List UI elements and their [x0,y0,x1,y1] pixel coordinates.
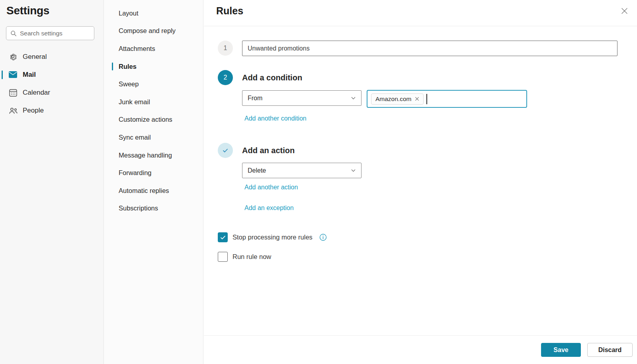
action-heading: Add an action [242,146,295,155]
stop-processing-option-row: Stop processing more rules [218,232,327,242]
step-3-badge [218,143,233,158]
info-icon [319,234,327,241]
page-title: Rules [216,5,243,17]
close-icon [621,8,628,14]
condition-select[interactable]: From [242,90,361,106]
close-button[interactable] [617,4,631,18]
info-button[interactable] [319,234,327,241]
action-select-value: Delete [248,167,266,174]
nav-item-sync-email[interactable]: Sync email [104,128,203,146]
run-rule-now-checkbox[interactable] [218,252,228,262]
nav-item-label: Rules [119,63,137,70]
nav-item-label: Attachments [119,45,155,53]
search-icon [10,30,17,37]
nav-item-label: Subscriptions [119,204,158,212]
sidebar-item-people[interactable]: People [0,101,104,119]
selected-indicator [2,70,3,79]
sidebar-item-calendar[interactable]: Calendar [0,84,104,101]
footer-divider [204,335,637,336]
gear-icon [8,53,18,61]
checkbox-check-icon [220,234,226,241]
nav-item-subscriptions[interactable]: Subscriptions [104,200,203,218]
condition-value-input[interactable]: Amazon.com [367,90,527,108]
nav-item-layout[interactable]: Layout [104,4,203,22]
sidebar-item-general[interactable]: General [0,48,104,66]
step-1-badge: 1 [218,41,233,56]
nav-item-junk-email[interactable]: Junk email [104,93,203,111]
value-chip: Amazon.com [371,93,424,105]
nav-item-label: Sync email [119,134,151,141]
sidebar-item-label: People [23,107,44,115]
value-chip-label: Amazon.com [375,95,411,103]
nav-item-customize-actions[interactable]: Customize actions [104,111,203,129]
nav-item-label: Sweep [119,80,139,88]
rules-panel: Rules 1 2 Add a condition From Amazon.co… [204,0,637,364]
nav-item-automatic-replies[interactable]: Automatic replies [104,182,203,200]
calendar-icon [8,89,18,97]
settings-sidebar: Settings General [0,0,104,364]
mail-settings-nav: Layout Compose and reply Attachments Rul… [104,0,203,364]
nav-item-label: Automatic replies [119,187,169,195]
nav-item-label: Layout [119,10,139,17]
discard-button[interactable]: Discard [587,343,633,357]
stop-processing-checkbox[interactable] [218,232,228,242]
sidebar-nav: General Mail Cal [0,48,104,119]
save-button[interactable]: Save [541,343,581,357]
sidebar-item-label: General [23,53,47,61]
header-divider [204,26,637,26]
add-another-condition-link[interactable]: Add another condition [244,115,307,122]
nav-item-forwarding[interactable]: Forwarding [104,164,203,182]
nav-item-label: Forwarding [119,169,152,177]
sidebar-item-mail[interactable]: Mail [0,66,104,84]
people-icon [8,107,18,114]
condition-select-value: From [248,95,262,102]
chip-remove-icon[interactable] [415,97,419,101]
nav-item-compose-and-reply[interactable]: Compose and reply [104,22,203,40]
search-settings-box[interactable] [6,26,94,40]
sidebar-item-label: Mail [23,71,36,79]
run-rule-now-option-row: Run rule now [218,252,271,262]
nav-item-label: Compose and reply [119,27,176,35]
mail-icon [8,71,18,78]
chevron-down-icon [351,95,356,101]
selected-indicator [112,62,113,70]
settings-title: Settings [6,4,49,17]
nav-item-label: Message handling [119,152,172,159]
search-input[interactable] [20,30,90,37]
add-another-action-link[interactable]: Add another action [244,184,298,191]
step-2-badge: 2 [218,70,233,85]
text-cursor [426,94,427,104]
check-icon [221,146,229,154]
condition-heading: Add a condition [242,73,302,82]
nav-item-label: Customize actions [119,116,172,123]
nav-item-label: Junk email [119,98,150,106]
nav-item-message-handling[interactable]: Message handling [104,146,203,164]
rule-name-input[interactable] [242,41,617,56]
nav-item-rules[interactable]: Rules [104,58,203,76]
nav-item-attachments[interactable]: Attachments [104,40,203,58]
chevron-down-icon [351,168,356,173]
sidebar-item-label: Calendar [23,89,50,97]
add-an-exception-link[interactable]: Add an exception [244,204,294,212]
run-rule-now-label: Run rule now [233,253,271,261]
nav-item-sweep[interactable]: Sweep [104,75,203,93]
action-select[interactable]: Delete [242,163,361,178]
stop-processing-label: Stop processing more rules [233,234,313,241]
